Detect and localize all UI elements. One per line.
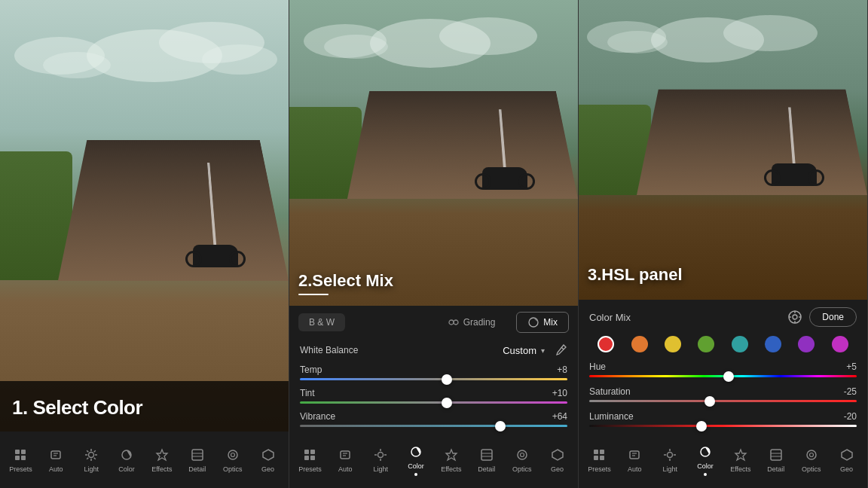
photo-bg-3: 3.HSL panel xyxy=(579,0,867,300)
temp-label: Temp xyxy=(300,364,322,375)
road-1 xyxy=(58,140,289,281)
color-active-dot-3 xyxy=(704,473,707,476)
detail-label-2: Detail xyxy=(478,465,495,473)
color-icon-3 xyxy=(697,444,714,460)
presets-label: Presets xyxy=(9,465,32,473)
color-circles xyxy=(579,331,867,357)
detail-icon-2 xyxy=(478,447,495,463)
presets-label-2: Presets xyxy=(298,465,322,473)
saturation-thumb[interactable] xyxy=(704,396,715,407)
cloud xyxy=(324,35,388,59)
effects-label-1: Effects xyxy=(151,465,172,473)
svg-rect-41 xyxy=(481,450,492,460)
svg-point-7 xyxy=(89,453,94,458)
toolbar-geo-1[interactable]: Geo xyxy=(255,447,282,473)
svg-line-12 xyxy=(87,450,88,452)
wb-dropdown[interactable]: Custom ▾ xyxy=(503,345,545,356)
toolbar-effects-1[interactable]: Effects xyxy=(148,447,176,473)
hue-track[interactable] xyxy=(589,375,857,377)
toolbar-light-3[interactable]: Light xyxy=(656,447,683,473)
tint-thumb[interactable] xyxy=(442,398,452,408)
panel-3: 3.HSL panel Color Mix Done Hue + xyxy=(579,0,868,488)
hue-thumb[interactable] xyxy=(723,371,734,382)
mix-tab[interactable]: Mix xyxy=(516,312,569,333)
temp-value: +8 xyxy=(557,364,567,375)
svg-rect-28 xyxy=(310,450,315,454)
toolbar-2: Presets Auto Light Color Effects xyxy=(289,432,578,488)
luminance-value: -20 xyxy=(844,411,857,422)
toolbar-auto-3[interactable]: Auto xyxy=(621,447,648,473)
saturation-track[interactable] xyxy=(589,400,857,402)
eyedropper-icon[interactable] xyxy=(554,343,567,357)
color-circle-blue[interactable] xyxy=(765,336,781,352)
temp-thumb[interactable] xyxy=(442,374,452,385)
luminance-track[interactable] xyxy=(589,425,857,427)
toolbar-effects-2[interactable]: Effects xyxy=(438,447,465,473)
color-circle-magenta[interactable] xyxy=(832,336,848,352)
detail-icon-3 xyxy=(768,447,784,463)
toolbar-presets-1[interactable]: Presets xyxy=(7,447,34,473)
toolbar-effects-3[interactable]: Effects xyxy=(727,447,754,473)
toolbar-optics-3[interactable]: Optics xyxy=(798,447,825,473)
geo-label-2: Geo xyxy=(551,465,564,473)
luminance-thumb[interactable] xyxy=(696,421,707,432)
color-label-2-active: Color xyxy=(408,462,424,470)
toolbar-detail-2[interactable]: Detail xyxy=(473,447,500,473)
color-circle-red[interactable] xyxy=(598,336,614,352)
vibrance-thumb[interactable] xyxy=(495,421,506,432)
toolbar-3: Presets Auto Light Color Effects xyxy=(579,432,867,488)
vibrance-label: Vibrance xyxy=(300,411,335,422)
tint-value: +10 xyxy=(552,388,567,398)
detail-label-3: Detail xyxy=(767,465,784,473)
toolbar-presets-3[interactable]: Presets xyxy=(585,447,613,473)
bike-wheel-back-1 xyxy=(185,251,202,267)
svg-rect-2 xyxy=(15,456,20,460)
color-circle-yellow[interactable] xyxy=(665,336,681,352)
toolbar-auto-1[interactable]: Auto xyxy=(42,447,69,473)
toolbar-geo-2[interactable]: Geo xyxy=(544,447,571,473)
done-button[interactable]: Done xyxy=(809,307,857,327)
presets-label-3: Presets xyxy=(588,465,611,473)
toolbar-auto-2[interactable]: Auto xyxy=(332,447,359,473)
effects-icon-3 xyxy=(732,447,749,463)
toolbar-presets-2[interactable]: Presets xyxy=(296,447,323,473)
svg-point-70 xyxy=(809,453,813,457)
svg-marker-65 xyxy=(735,450,746,460)
color-circle-purple[interactable] xyxy=(798,336,815,352)
svg-rect-56 xyxy=(630,451,639,459)
toolbar-detail-3[interactable]: Detail xyxy=(763,447,790,473)
toolbar-light-1[interactable]: Light xyxy=(78,447,105,473)
temp-track[interactable] xyxy=(300,378,567,380)
light-label-3: Light xyxy=(662,465,677,473)
optics-label-2: Optics xyxy=(512,465,532,473)
toolbar-detail-1[interactable]: Detail xyxy=(184,447,211,473)
toolbar-color-3[interactable]: Color xyxy=(692,444,719,476)
color-circle-cyan[interactable] xyxy=(732,336,748,352)
bw-tab[interactable]: B & W xyxy=(298,313,345,331)
color-active-dot xyxy=(414,473,417,476)
wb-label: White Balance xyxy=(300,345,358,355)
toolbar-optics-1[interactable]: Optics xyxy=(219,447,246,473)
toolbar-geo-3[interactable]: Geo xyxy=(833,447,860,473)
effects-icon-2 xyxy=(443,447,460,463)
light-label-2: Light xyxy=(373,465,388,473)
grading-tab[interactable]: Grading xyxy=(437,313,506,332)
vibrance-track[interactable] xyxy=(300,425,567,427)
toolbar-light-2[interactable]: Light xyxy=(367,447,394,473)
toolbar-optics-2[interactable]: Optics xyxy=(509,447,536,473)
detail-icon-1 xyxy=(189,447,206,463)
svg-rect-55 xyxy=(600,456,604,460)
bike-wheel-back-3 xyxy=(764,169,781,186)
toolbar-color-2[interactable]: Color xyxy=(402,444,429,476)
color-controls: B & W Grading Mix White Balance Custom ▾ xyxy=(289,306,578,432)
tint-track[interactable] xyxy=(300,401,567,404)
svg-point-45 xyxy=(520,453,524,457)
svg-point-34 xyxy=(378,453,384,458)
saturation-value: -25 xyxy=(844,386,857,397)
toolbar-color-1[interactable]: Color xyxy=(113,447,140,473)
color-circle-orange[interactable] xyxy=(631,336,648,352)
luminance-label: Luminance xyxy=(589,411,634,422)
cloud xyxy=(43,52,111,78)
target-icon[interactable] xyxy=(787,309,803,325)
color-circle-green[interactable] xyxy=(698,336,714,352)
